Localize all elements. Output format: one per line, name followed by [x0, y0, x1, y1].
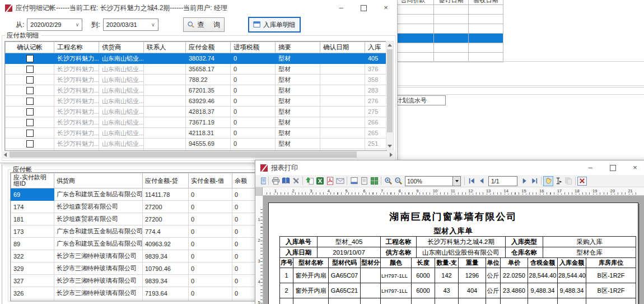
table-row[interactable] [393, 15, 503, 24]
payable-detail-row[interactable]: 长沙万科魅力...山东南山铝业... 35658.170型材 376 [6, 64, 386, 75]
payable-account-row[interactable]: 174长沙坦森贸易有限公司2720000 [11, 201, 256, 213]
payable-detail-row[interactable]: 长沙万科魅力...山东南山铝业... 788.220型材 358 [6, 75, 386, 85]
payable-account-row[interactable]: 325长沙市三湘特种玻璃有限公司7193.6400 [11, 300, 256, 302]
cell: 358 [365, 75, 386, 85]
confirm-checkbox[interactable] [26, 87, 34, 94]
nav-first-icon[interactable] [466, 176, 477, 186]
payable-account-row[interactable]: 181长沙坦森贸易有限公司2720000 [11, 213, 256, 225]
cell: 73671.19 [186, 117, 231, 128]
from-date-combobox[interactable]: 2020/02/29 ∨ [27, 19, 82, 31]
maximize-button[interactable] [601, 160, 624, 175]
payable-detail-row[interactable]: 长沙万科魅力...山东南山铝业... 38032.740型材 405 [6, 53, 386, 64]
column-header[interactable]: 确认日期 [320, 42, 365, 53]
chevron-down-icon[interactable] [452, 177, 460, 186]
column-header[interactable]: 应-实付款明细ID [11, 173, 54, 188]
zoom-in-icon[interactable] [383, 176, 393, 186]
confirm-checkbox[interactable] [26, 98, 34, 105]
horizontal-scrollbar[interactable] [2, 151, 395, 159]
titlebar[interactable]: 报表打印 – × [255, 160, 644, 175]
cell [434, 53, 469, 62]
column-header[interactable]: 供货商 [54, 173, 143, 188]
cell-id: 326 [11, 287, 54, 300]
cell: 公斤 [486, 268, 501, 283]
confirm-checkbox[interactable] [26, 130, 34, 137]
text-select-icon[interactable] [553, 176, 563, 186]
table-row[interactable] [393, 5, 503, 15]
single-page-icon[interactable] [359, 176, 369, 186]
print-preview-area[interactable]: 12345 湖南巨晟门窗幕墙有限公司 型材入库单 入库单号型材_405工程名称长… [255, 196, 644, 304]
printer-icon[interactable] [270, 176, 281, 186]
confirm-checkbox[interactable] [26, 55, 34, 62]
inbound-detail-button[interactable]: 入库单明细 [248, 17, 301, 33]
column-header[interactable]: 应付金额-贷 [143, 173, 189, 188]
close-button[interactable]: × [624, 160, 644, 175]
column-header[interactable]: 确认记帐 [6, 42, 54, 53]
maximize-button[interactable] [352, 0, 375, 16]
query-button[interactable]: 查 询 [183, 17, 225, 32]
book-view-icon[interactable] [281, 176, 291, 186]
payable-detail-row[interactable]: 长沙万科魅力...山东南山铝业... 42118.310型材 265 [6, 128, 386, 139]
payable-detail-row[interactable]: 长沙万科魅力...山东南山铝业... 67201.350型材 283 [6, 85, 386, 96]
payable-detail-row[interactable]: 长沙万科魅力...山东南山铝业... 63929.460型材 276 [6, 96, 386, 107]
column-header[interactable]: 进项税额 [231, 42, 276, 53]
hand-tool-icon[interactable] [543, 176, 553, 186]
payable-account-row[interactable]: 322长沙市三湘特种玻璃有限公司9839.3400 [11, 250, 256, 262]
payable-detail-row[interactable]: 长沙万科魅力...山东南山铝业... 42818.370型材 275 [6, 107, 386, 117]
column-header[interactable]: 工程名称 [54, 42, 99, 53]
payable-account-row[interactable]: 69广东合和建筑五金制品有限公司11411.7800 [11, 188, 256, 201]
payable-account-row[interactable]: 326长沙市三湘特种玻璃有限公司7193.6400 [11, 287, 256, 300]
nav-last-icon[interactable] [529, 176, 539, 186]
multi-page-icon[interactable] [369, 176, 379, 186]
confirm-checkbox[interactable] [26, 66, 34, 73]
nav-prev-icon[interactable] [477, 176, 487, 186]
minimize-button[interactable]: – [330, 0, 352, 16]
mail-send-icon[interactable] [335, 176, 345, 186]
scroll-right-arrow[interactable] [388, 151, 395, 159]
minimize-button[interactable]: – [579, 160, 601, 175]
confirm-checkbox[interactable] [26, 108, 34, 116]
table-row[interactable] [393, 34, 503, 43]
page-setup-icon[interactable] [349, 176, 359, 186]
payable-detail-row[interactable]: 长沙万科魅力...山东南山铝业... 73671.190型材 266 [6, 117, 386, 128]
nav-next-icon[interactable] [519, 176, 529, 186]
page-indicator-input[interactable]: 1/1 [488, 176, 517, 186]
column-header[interactable]: 供货商 [99, 42, 144, 53]
excel-export-icon[interactable] [315, 176, 325, 186]
table-row[interactable] [393, 53, 503, 62]
column-header[interactable]: 联系人 [144, 42, 186, 53]
zoom-level-combobox[interactable]: 100% [405, 176, 461, 186]
column-header[interactable]: 摘要 [276, 42, 320, 53]
report-partial-icon[interactable] [256, 176, 267, 186]
cell: 266 [365, 117, 386, 128]
payable-detail-row[interactable]: 长沙万科魅力...山东南山铝业... 94555.690型材 251 [6, 139, 386, 149]
settings-tools-icon[interactable] [291, 176, 301, 186]
cell: 67201.35 [186, 85, 231, 96]
column-header[interactable]: 应付金额 [186, 42, 231, 53]
scroll-down-arrow[interactable] [386, 142, 393, 150]
payable-account-row[interactable]: 329长沙市三湘特种玻璃有限公司10790.4600 [11, 262, 256, 275]
confirm-checkbox[interactable] [26, 140, 34, 148]
column-header[interactable]: 入库 [365, 42, 386, 53]
column-header[interactable]: 余额 [232, 173, 256, 188]
table-row[interactable] [393, 43, 503, 53]
payable-account-row[interactable]: 327长沙市三湘特种玻璃有限公司9839.3400 [11, 275, 256, 287]
confirm-checkbox[interactable] [26, 76, 34, 84]
titlebar[interactable]: 应付明细记帐------当前工程: 长沙万科魅力之城4.2期------当前用户… [0, 0, 397, 16]
column-header[interactable]: 实付金额-借 [189, 173, 232, 188]
confirm-checkbox[interactable] [26, 119, 34, 126]
scroll-up-arrow[interactable] [386, 42, 393, 49]
vertical-scrollbar[interactable] [386, 41, 394, 150]
pdf-export-icon[interactable] [325, 176, 335, 186]
close-button[interactable]: × [375, 0, 397, 16]
scrollbar-thumb[interactable] [10, 151, 357, 158]
cell [320, 139, 365, 149]
to-date-combobox[interactable]: 2020/03/31 ∨ [103, 19, 158, 31]
table-row[interactable] [393, 24, 503, 34]
zoom-out-icon[interactable] [393, 176, 403, 186]
scrollbar-thumb[interactable] [387, 49, 393, 132]
scroll-left-arrow[interactable] [2, 151, 9, 159]
payable-account-row[interactable]: 89广东合和建筑五金制品有限公司40963.9200 [11, 238, 256, 250]
export-up-icon[interactable] [305, 176, 315, 186]
payable-account-row[interactable]: 173广东合和建筑五金制品有限公司774.400 [11, 225, 256, 238]
close-preview-icon[interactable] [577, 177, 587, 186]
